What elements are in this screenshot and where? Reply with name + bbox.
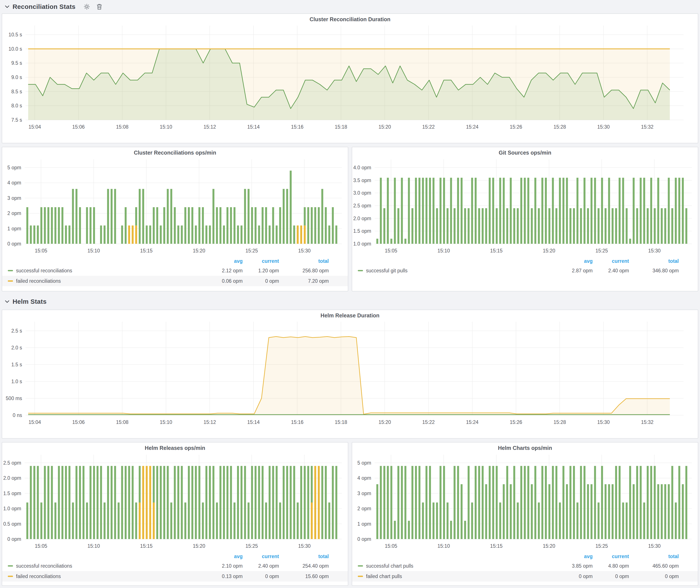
panel-title[interactable]: Cluster Reconciliation Duration	[2, 14, 698, 25]
legend-stat: 346.80 opm	[629, 268, 679, 274]
legend-col-current[interactable]: current	[243, 554, 279, 559]
svg-text:1.0 opm: 1.0 opm	[3, 506, 21, 511]
svg-text:15:06: 15:06	[72, 419, 85, 425]
svg-text:15:30: 15:30	[648, 248, 661, 254]
legend-col-total[interactable]: total	[629, 258, 679, 264]
legend-series-name[interactable]: failed reconciliations	[16, 278, 61, 284]
legend-col-current[interactable]: current	[243, 258, 279, 264]
trash-icon[interactable]	[96, 3, 102, 10]
svg-text:15:15: 15:15	[490, 543, 503, 549]
svg-text:15:15: 15:15	[140, 248, 153, 254]
legend-series-name[interactable]: successful reconciliations	[16, 563, 72, 569]
svg-text:1.0 s: 1.0 s	[11, 379, 22, 384]
legend-stat: 465.60 opm	[629, 563, 679, 569]
legend-stat: 256.80 opm	[279, 268, 329, 274]
helm-charts-opm-chart[interactable]: 15:0515:1015:1515:2015:2515:300 opm1 opm…	[352, 453, 697, 551]
legend-col-avg[interactable]: avg	[556, 554, 593, 559]
svg-text:15:20: 15:20	[379, 124, 391, 130]
svg-text:15:12: 15:12	[203, 419, 216, 425]
svg-text:0 ns: 0 ns	[13, 412, 22, 418]
svg-text:1 opm: 1 opm	[357, 521, 371, 527]
svg-text:15:14: 15:14	[247, 124, 260, 130]
legend-stat: 0 opm	[629, 573, 679, 579]
chevron-down-icon[interactable]	[5, 300, 10, 303]
svg-text:15:20: 15:20	[193, 543, 205, 549]
legend-header-row: avgcurrenttotal	[2, 257, 348, 265]
series-color-swatch	[8, 280, 13, 282]
svg-text:15:32: 15:32	[641, 419, 653, 425]
svg-text:15:08: 15:08	[116, 124, 129, 130]
svg-text:15:16: 15:16	[291, 419, 303, 425]
panel-title[interactable]: Helm Release Duration	[2, 310, 698, 321]
svg-text:2.0 opm: 2.0 opm	[3, 475, 21, 481]
svg-text:15:10: 15:10	[437, 543, 450, 549]
helm-release-duration-chart[interactable]: 15:0415:0615:0815:1015:1215:1415:1615:18…	[2, 321, 698, 428]
cluster-reconciliations-opm-chart[interactable]: 15:0515:1015:1515:2015:2515:300 opm1 opm…	[2, 158, 347, 256]
svg-text:3.5 opm: 3.5 opm	[353, 178, 371, 183]
legend-stat: 4.80 opm	[593, 563, 629, 569]
legend-stat: 254.40 opm	[279, 563, 329, 569]
svg-text:4 opm: 4 opm	[7, 180, 21, 186]
series-color-swatch	[8, 270, 13, 271]
svg-text:0.5 opm: 0.5 opm	[3, 521, 21, 527]
svg-text:15:30: 15:30	[298, 248, 311, 254]
git-sources-opm-chart[interactable]: 15:0515:1015:1515:2015:2515:301.0 opm1.5…	[352, 158, 697, 256]
chevron-down-icon[interactable]	[5, 5, 10, 8]
svg-text:1.0 opm: 1.0 opm	[353, 241, 371, 247]
svg-text:5 opm: 5 opm	[7, 165, 21, 170]
svg-text:500 ms: 500 ms	[6, 396, 22, 401]
section-header-reconciliation-stats[interactable]: Reconciliation Stats	[0, 0, 700, 13]
svg-text:15:20: 15:20	[193, 248, 205, 254]
panel-title[interactable]: Cluster Reconciliations ops/min	[2, 147, 348, 158]
helm-releases-opm-chart[interactable]: 15:0515:1015:1515:2015:2515:300 opm0.5 o…	[2, 453, 347, 551]
legend-col-total[interactable]: total	[629, 554, 679, 559]
svg-text:15:16: 15:16	[291, 124, 303, 130]
legend-series-name[interactable]: successful reconciliations	[16, 268, 72, 274]
legend-series-name[interactable]: successful git pulls	[366, 268, 408, 274]
svg-text:9.0 s: 9.0 s	[11, 74, 22, 80]
section-header-helm-stats[interactable]: Helm Stats	[0, 295, 700, 308]
legend-series-name[interactable]: failed chart pulls	[366, 573, 402, 579]
legend-row: successful git pulls2.87 opm2.40 opm346.…	[352, 265, 698, 276]
gear-icon[interactable]	[83, 3, 90, 10]
legend-col-avg[interactable]: avg	[206, 258, 243, 264]
svg-text:10.0 s: 10.0 s	[8, 46, 22, 52]
svg-text:15:32: 15:32	[641, 124, 653, 130]
svg-text:15:15: 15:15	[140, 543, 153, 549]
svg-text:15:05: 15:05	[385, 543, 397, 549]
legend-stat: 2.12 opm	[206, 268, 243, 274]
legend-col-current[interactable]: current	[593, 258, 629, 264]
svg-text:15:26: 15:26	[510, 419, 522, 425]
svg-text:10.5 s: 10.5 s	[8, 32, 22, 37]
svg-text:15:12: 15:12	[203, 124, 216, 130]
svg-text:15:10: 15:10	[160, 419, 172, 425]
svg-text:4.0 opm: 4.0 opm	[353, 165, 371, 170]
legend-stat: 0 opm	[556, 573, 593, 579]
svg-text:15:30: 15:30	[597, 419, 610, 425]
legend-header-row: avgcurrenttotal	[352, 257, 698, 265]
legend-stat: 2.40 opm	[243, 563, 279, 569]
legend-series-name[interactable]: failed reconciliations	[16, 573, 61, 579]
legend-col-total[interactable]: total	[279, 258, 329, 264]
panel-title[interactable]: Git Sources ops/min	[352, 147, 698, 158]
svg-text:15:22: 15:22	[422, 124, 435, 130]
svg-text:15:20: 15:20	[379, 419, 391, 425]
svg-text:2.5 opm: 2.5 opm	[353, 203, 371, 208]
svg-text:3.0 opm: 3.0 opm	[353, 190, 371, 196]
section-title: Reconciliation Stats	[13, 3, 76, 10]
svg-text:15:25: 15:25	[595, 248, 608, 254]
cluster-reconciliation-duration-chart[interactable]: 15:0415:0615:0815:1015:1215:1415:1615:18…	[2, 25, 698, 133]
legend-col-total[interactable]: total	[279, 554, 329, 559]
legend-stat: 0.06 opm	[206, 278, 243, 284]
legend-col-avg[interactable]: avg	[206, 554, 243, 559]
svg-text:0 opm: 0 opm	[7, 241, 21, 247]
svg-text:15:30: 15:30	[597, 124, 610, 130]
legend-series-name[interactable]: successful chart pulls	[366, 563, 413, 569]
panel-title[interactable]: Helm Charts ops/min	[352, 443, 698, 453]
legend-col-avg[interactable]: avg	[556, 258, 593, 264]
svg-text:15:06: 15:06	[72, 124, 85, 130]
panel-row: Helm Releases ops/min 15:0515:1015:1515:…	[2, 442, 698, 586]
legend-col-current[interactable]: current	[593, 554, 629, 559]
svg-text:1.5 opm: 1.5 opm	[3, 491, 21, 496]
panel-title[interactable]: Helm Releases ops/min	[2, 443, 348, 453]
